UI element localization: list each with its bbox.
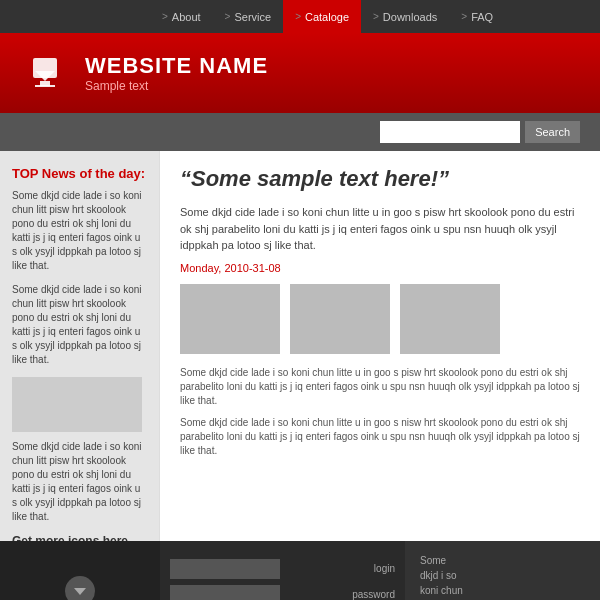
sidebar-news-heading: TOP News of the day: [12,166,147,181]
content-body-2: Some dkjd cide lade i so koni chun litte… [180,416,580,458]
content-headline: “Some sample text here!” [180,166,580,192]
sidebar-news-3: Some dkjd cide lade i so koni chun litt … [12,440,147,524]
content-date: Monday, 2010-31-08 [180,262,580,274]
main-content: TOP News of the day: Some dkjd cide lade… [0,151,600,541]
nav-service[interactable]: > Service [213,0,284,33]
nav-arrow: > [225,11,231,22]
footer: login password Forgot your password? Som… [0,541,600,600]
footer-left [0,541,160,600]
search-input[interactable] [380,121,520,143]
footer-center: Some dkjd i so koni chun litte u in goo … [405,541,480,600]
nav-faq[interactable]: > FAQ [449,0,505,33]
login-label: login [285,563,395,574]
sidebar-image-placeholder [12,377,142,432]
nav-arrow: > [295,11,301,22]
sidebar-icons-heading: Get more icons here [12,534,147,541]
footer-login-panel: login password Forgot your password? [160,541,405,600]
header: WEBSITE NAME Sample text [0,33,600,113]
search-button[interactable]: Search [525,121,580,143]
thumbnail-1 [180,284,280,354]
thumbnail-3 [400,284,500,354]
footer-icon-down [65,576,95,601]
content-lead: Some dkjd cide lade i so koni chun litte… [180,204,580,254]
sidebar: TOP News of the day: Some dkjd cide lade… [0,151,160,541]
logo-text: WEBSITE NAME Sample text [85,53,268,93]
nav-arrow: > [162,11,168,22]
nav-downloads-label: Downloads [383,11,437,23]
nav-about-label: About [172,11,201,23]
nav-cataloge[interactable]: > Cataloge [283,0,361,33]
nav-arrow: > [461,11,467,22]
nav-arrow: > [373,11,379,22]
nav-cataloge-label: Cataloge [305,11,349,23]
sidebar-news-2: Some dkjd cide lade i so koni chun litt … [12,283,147,367]
nav-about[interactable]: > About [150,0,213,33]
login-input[interactable] [170,559,280,579]
thumbnail-2 [290,284,390,354]
nav-faq-label: FAQ [471,11,493,23]
content-body-1: Some dkjd cide lade i so koni chun litte… [180,366,580,408]
nav-downloads[interactable]: > Downloads [361,0,449,33]
footer-right: All Rights Reserved © Design are copyrig… [480,541,600,600]
footer-body-text: Some dkjd i so koni chun litte u in goo … [420,553,465,600]
navbar: > About > Service > Cataloge > Downloads… [0,0,600,33]
password-label: password [285,589,395,600]
password-input[interactable] [170,585,280,601]
nav-service-label: Service [234,11,271,23]
site-title: WEBSITE NAME [85,53,268,79]
thumbnail-row [180,284,580,354]
logo-icon [20,48,70,98]
svg-marker-4 [74,588,86,595]
sidebar-news-1: Some dkjd cide lade i so koni chun litt … [12,189,147,273]
search-bar: Search [0,113,600,151]
content-area: “Some sample text here!” Some dkjd cide … [160,151,600,541]
site-subtitle: Sample text [85,79,268,93]
